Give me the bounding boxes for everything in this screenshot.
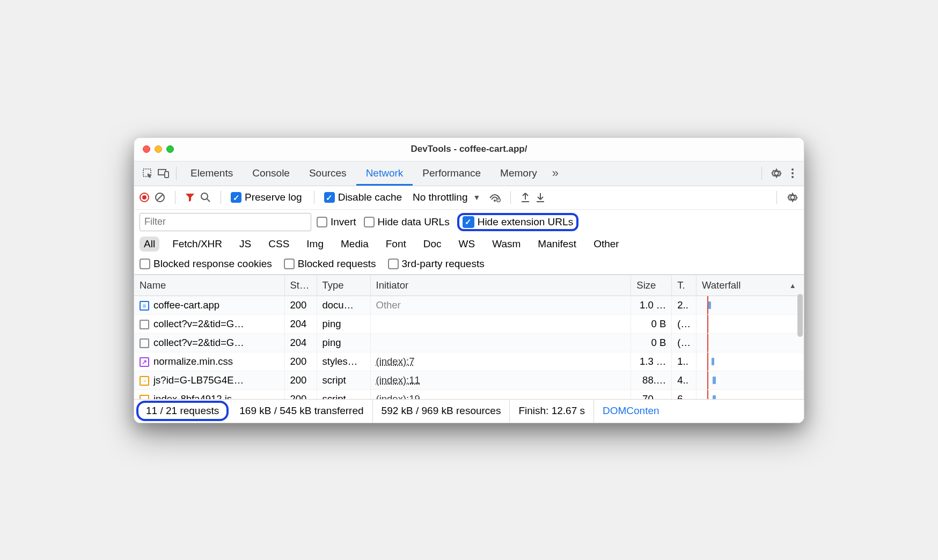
checkbox-icon[interactable]: [140, 259, 150, 269]
tab-performance[interactable]: Performance: [413, 161, 490, 186]
chip-js[interactable]: JS: [235, 237, 255, 252]
tab-console[interactable]: Console: [243, 161, 299, 186]
inspect-icon[interactable]: [140, 165, 156, 181]
search-icon[interactable]: [200, 192, 211, 203]
preserve-log-label: Preserve log: [245, 191, 302, 203]
svg-point-3: [792, 168, 794, 171]
chip-media[interactable]: Media: [336, 237, 373, 252]
table-row[interactable]: coffee-cart.app 200 docu… Other 1.0 … 2.…: [134, 296, 804, 314]
device-toggle-icon[interactable]: [156, 165, 172, 181]
tab-sources[interactable]: Sources: [299, 161, 356, 186]
filter-input[interactable]: [140, 213, 311, 231]
scrollbar[interactable]: [797, 294, 803, 337]
chip-doc[interactable]: Doc: [419, 237, 446, 252]
chip-manifest[interactable]: Manifest: [533, 237, 581, 252]
filter-row: Invert Hide data URLs Hide extension URL…: [134, 210, 804, 234]
upload-har-icon[interactable]: [521, 192, 530, 203]
cell-status: 200: [284, 371, 317, 389]
traffic-lights: [143, 145, 174, 153]
col-time[interactable]: T.: [672, 275, 697, 296]
record-button[interactable]: [140, 193, 149, 202]
chip-img[interactable]: Img: [302, 237, 328, 252]
invert-checkbox[interactable]: Invert: [317, 216, 356, 228]
tab-memory[interactable]: Memory: [490, 161, 547, 186]
cell-initiator: [370, 333, 631, 352]
col-waterfall[interactable]: Waterfall▲: [697, 275, 804, 296]
checkbox-checked-icon[interactable]: [463, 216, 474, 228]
close-icon[interactable]: [143, 145, 150, 153]
cell-type: script: [317, 389, 370, 399]
initiator-link[interactable]: (index):11: [376, 374, 420, 386]
network-toolbar: Preserve log Disable cache No throttling…: [134, 186, 804, 210]
svg-point-8: [201, 193, 208, 200]
cell-waterfall: [697, 296, 804, 314]
more-menu-icon[interactable]: [787, 167, 798, 179]
status-domcontent[interactable]: DOMConten: [594, 400, 668, 423]
network-settings-icon[interactable]: [787, 191, 798, 203]
checkbox-icon[interactable]: [388, 259, 399, 269]
chip-fetch-xhr[interactable]: Fetch/XHR: [168, 237, 226, 252]
third-party-checkbox[interactable]: 3rd-party requests: [388, 258, 485, 270]
throttling-select[interactable]: No throttling ▼: [409, 191, 483, 203]
clear-icon[interactable]: [155, 192, 165, 203]
checkbox-icon[interactable]: [364, 217, 375, 227]
zoom-icon[interactable]: [166, 145, 174, 153]
cell-status: 200: [284, 352, 317, 371]
chip-all[interactable]: All: [140, 237, 159, 252]
table-row[interactable]: index-8bfa4912.js 200 script (index):19 …: [134, 389, 804, 399]
checkbox-checked-icon[interactable]: [324, 192, 335, 203]
cell-type: ping: [317, 314, 370, 333]
initiator-link[interactable]: (index):7: [376, 356, 415, 367]
table-row[interactable]: collect?v=2&tid=G… 204 ping 0 B (…: [134, 333, 804, 352]
disable-cache-checkbox[interactable]: Disable cache: [324, 191, 402, 203]
more-tabs-icon[interactable]: »: [547, 166, 564, 180]
table-row[interactable]: collect?v=2&tid=G… 204 ping 0 B (…: [134, 314, 804, 333]
initiator-text: Other: [376, 299, 401, 311]
table-row[interactable]: js?id=G-LB75G4E… 200 script (index):11 8…: [134, 371, 804, 389]
cell-time: 1..: [672, 352, 697, 371]
blocked-cookies-label: Blocked response cookies: [153, 258, 272, 270]
svg-line-7: [157, 195, 163, 200]
js-file-icon: [140, 376, 149, 386]
chip-ws[interactable]: WS: [455, 237, 480, 252]
network-table-wrap: Name St… Type Initiator Size T. Waterfal…: [134, 275, 804, 399]
checkbox-icon[interactable]: [317, 217, 327, 227]
separator: [776, 191, 777, 204]
col-type[interactable]: Type: [317, 275, 370, 296]
table-header-row: Name St… Type Initiator Size T. Waterfal…: [134, 275, 804, 296]
settings-icon[interactable]: [766, 167, 787, 179]
col-name[interactable]: Name: [134, 275, 284, 296]
doc-file-icon: [140, 301, 149, 311]
checkbox-checked-icon[interactable]: [231, 192, 241, 203]
minimize-icon[interactable]: [155, 145, 162, 153]
download-har-icon[interactable]: [536, 192, 545, 203]
chip-other[interactable]: Other: [589, 237, 624, 252]
network-conditions-icon[interactable]: [489, 193, 501, 202]
cell-status: 204: [284, 333, 317, 352]
chip-font[interactable]: Font: [382, 237, 411, 252]
hide-data-urls-checkbox[interactable]: Hide data URLs: [364, 216, 450, 228]
timeline-marker: [707, 371, 708, 389]
chip-wasm[interactable]: Wasm: [488, 237, 525, 252]
cell-initiator: (index):19: [370, 389, 631, 399]
separator: [510, 191, 511, 204]
third-party-label: 3rd-party requests: [402, 258, 485, 270]
blocked-requests-checkbox[interactable]: Blocked requests: [284, 258, 376, 270]
blocked-cookies-checkbox[interactable]: Blocked response cookies: [140, 258, 272, 270]
tab-network[interactable]: Network: [356, 161, 413, 186]
checkbox-icon[interactable]: [284, 259, 295, 269]
hide-extension-urls-checkbox[interactable]: Hide extension URLs: [463, 216, 573, 228]
cell-initiator: Other: [370, 296, 631, 314]
separator: [761, 167, 762, 180]
cell-time: 2..: [672, 296, 697, 314]
col-status[interactable]: St…: [284, 275, 317, 296]
col-size[interactable]: Size: [631, 275, 672, 296]
tab-elements[interactable]: Elements: [181, 161, 243, 186]
col-initiator[interactable]: Initiator: [370, 275, 631, 296]
sort-asc-icon: ▲: [789, 281, 796, 289]
chip-css[interactable]: CSS: [264, 237, 294, 252]
initiator-link[interactable]: (index):19: [376, 393, 420, 399]
table-row[interactable]: normalize.min.css 200 styles… (index):7 …: [134, 352, 804, 371]
preserve-log-checkbox[interactable]: Preserve log: [231, 191, 302, 203]
filter-icon[interactable]: [185, 193, 195, 202]
